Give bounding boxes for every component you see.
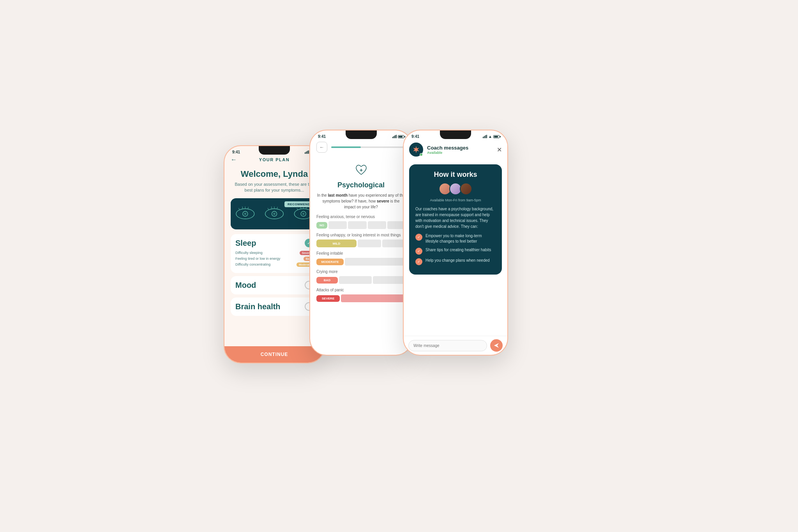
svg-point-10 xyxy=(273,213,275,215)
symptom-2: Feeling unhappy, or losing interest in m… xyxy=(316,233,406,247)
welcome-subtitle: Based on your assessment, these are the … xyxy=(231,181,318,194)
battery-icon-r xyxy=(493,135,500,138)
mood-section[interactable]: Mood xyxy=(231,276,318,294)
symptom-5: Attacks of panic SEVERE xyxy=(316,288,406,302)
progress-fill xyxy=(331,146,361,148)
question-2: Feeling unhappy, or losing interest in m… xyxy=(316,233,406,237)
availability-text: Available Mon-Fri from 9am-5pm xyxy=(415,198,496,202)
symptom-1: Feeling anxious, tense or nervous NO xyxy=(316,215,406,229)
brain-title: Brain health xyxy=(235,302,281,311)
coach-info: Coach messages Available xyxy=(427,145,493,155)
bar2r xyxy=(484,136,485,138)
phone-center: 9:41 ← xyxy=(309,130,413,356)
check-icon-2: ✓ xyxy=(415,248,422,255)
battery-fill-c xyxy=(399,136,403,137)
recommended-card[interactable]: RECOMMENDED xyxy=(231,198,318,229)
phone-right: 9:41 ▲ xyxy=(403,130,508,356)
battery-icon-c xyxy=(398,135,404,138)
symptom-row-3: Difficulty concentrating Moderate xyxy=(235,262,313,267)
symptom-3: Feeling irritable MODERATE xyxy=(316,251,406,266)
status-bar-right: 9:41 ▲ xyxy=(404,130,507,140)
status-bar-center: 9:41 xyxy=(310,130,412,140)
scale-label-2[interactable]: MILD xyxy=(316,240,357,247)
scale-4[interactable]: BAD xyxy=(316,276,406,284)
back-button-left[interactable]: ← xyxy=(231,156,237,163)
how-title: How it works xyxy=(415,171,496,179)
message-input-area xyxy=(404,336,507,355)
send-icon xyxy=(494,343,499,348)
svg-point-17 xyxy=(302,213,305,215)
symptom-label-2: Feeling tired or low in energy xyxy=(235,257,281,261)
bar3 xyxy=(307,151,308,154)
coach-name: Coach messages xyxy=(427,145,493,151)
bar1c xyxy=(392,137,393,138)
symptom-label-3: Difficulty concentrating xyxy=(235,262,270,266)
seg9 xyxy=(373,276,406,284)
online-dot xyxy=(420,153,423,156)
seg5 xyxy=(358,240,381,247)
feature-1: ✓ Empower you to make long-term lifestyl… xyxy=(415,233,496,244)
question-4: Crying more xyxy=(316,270,406,274)
scale-1[interactable]: NO xyxy=(316,221,406,229)
welcome-title: Welcome, Lynda xyxy=(231,169,318,179)
question-5: Attacks of panic xyxy=(316,288,406,292)
symptom-row-2: Feeling tired or low in energy Bad xyxy=(235,257,313,261)
svg-point-3 xyxy=(244,213,247,215)
scale-5[interactable]: SEVERE xyxy=(316,294,406,302)
scale-2[interactable]: MILD xyxy=(316,240,406,247)
seg10 xyxy=(341,294,406,302)
feature-3: ✓ Help you change plans when needed xyxy=(415,258,496,265)
status-right-center xyxy=(392,135,404,138)
content-right: How it works Available Mon-Fri from 9am-… xyxy=(404,160,507,336)
question-3: Feeling irritable xyxy=(316,251,406,255)
bar1r xyxy=(483,137,484,138)
continue-button[interactable]: CONTINUE xyxy=(224,346,324,363)
check-icon-1: ✓ xyxy=(415,234,422,241)
signal-bars xyxy=(305,150,309,154)
coach-status: Available xyxy=(427,151,493,155)
coach-star-icon xyxy=(412,145,420,154)
check-icon-3: ✓ xyxy=(415,258,422,265)
bar4c xyxy=(396,135,397,138)
sleep-title: Sleep xyxy=(235,239,256,248)
bar2 xyxy=(306,151,307,154)
bar4 xyxy=(308,150,309,154)
feature-text-1: Empower you to make long-term lifestyle … xyxy=(425,233,496,244)
notch-right xyxy=(440,130,471,139)
psych-title: Psychological xyxy=(316,181,406,189)
wifi-icon: ▲ xyxy=(488,134,492,139)
description-text: Our coaches have a psychology background… xyxy=(415,206,496,229)
notch-center xyxy=(346,130,377,139)
coach-img-3 xyxy=(460,183,472,195)
symptom-label-1: Difficulty sleeping xyxy=(235,251,263,255)
bar3r xyxy=(485,135,486,138)
seg6 xyxy=(382,240,406,247)
coach-avatars xyxy=(415,183,496,195)
bar1 xyxy=(305,152,305,154)
signal-bars-c xyxy=(392,135,397,138)
seg7 xyxy=(345,258,406,266)
sleep-section: Sleep ✓ Difficulty sleeping Severe Feeli… xyxy=(231,234,318,273)
mood-title: Mood xyxy=(235,281,256,290)
scale-label-4[interactable]: BAD xyxy=(316,277,338,284)
progress-bar xyxy=(331,146,406,148)
status-right-right: ▲ xyxy=(483,134,500,139)
scale-label-3[interactable]: MODERATE xyxy=(316,259,344,265)
close-button[interactable]: ✕ xyxy=(497,146,502,153)
sleep-header: Sleep ✓ xyxy=(235,239,313,248)
back-button-center[interactable]: ← xyxy=(316,142,327,153)
message-input[interactable] xyxy=(408,340,487,351)
brain-section[interactable]: Brain health xyxy=(231,298,318,316)
scale-3[interactable]: MODERATE xyxy=(316,258,406,266)
center-nav: ← xyxy=(310,140,412,156)
symptom-row-1: Difficulty sleeping Severe xyxy=(235,251,313,255)
time-left: 9:41 xyxy=(232,150,240,154)
scale-label-1[interactable]: NO xyxy=(316,222,327,229)
send-button[interactable] xyxy=(490,339,503,352)
content-center: Psychological In the last month have you… xyxy=(310,156,412,355)
seg1 xyxy=(328,221,347,229)
feature-2: ✓ Share tips for creating healthier habi… xyxy=(415,247,496,255)
psych-description: In the last month have you experienced a… xyxy=(316,192,406,210)
scale-label-5[interactable]: SEVERE xyxy=(316,295,340,302)
notch-left xyxy=(259,146,290,155)
